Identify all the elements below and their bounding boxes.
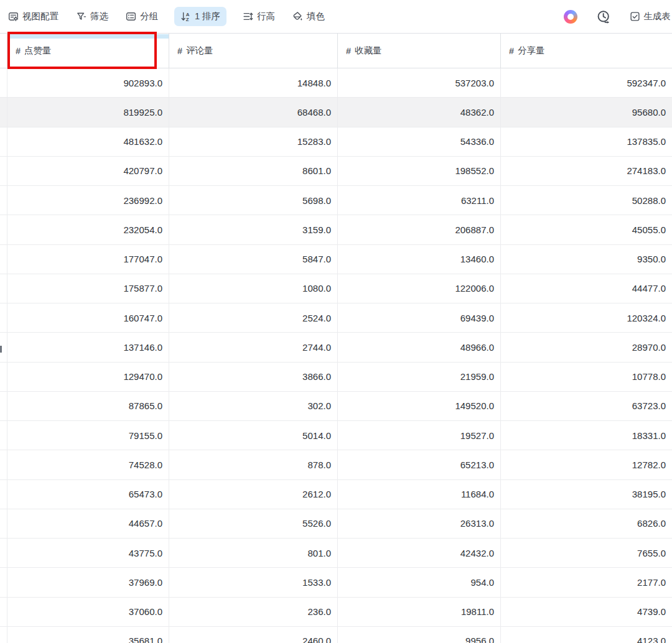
fill-color-icon bbox=[292, 11, 303, 22]
number-field-icon: # bbox=[177, 46, 182, 56]
column-header-comments[interactable]: # 评论量 bbox=[169, 34, 338, 68]
table-cell[interactable]: 79155.0 bbox=[7, 421, 169, 450]
table-cell[interactable]: 10778.0 bbox=[501, 363, 672, 391]
filter-button[interactable]: 筛选 bbox=[76, 11, 108, 22]
table-cell[interactable]: 420797.0 bbox=[7, 157, 169, 185]
table-cell[interactable]: 2744.0 bbox=[169, 333, 338, 361]
column-header-likes[interactable]: # 点赞量 bbox=[7, 34, 169, 68]
table-cell[interactable]: 19527.0 bbox=[338, 421, 501, 450]
table-cell[interactable]: 13460.0 bbox=[338, 245, 501, 274]
table-cell[interactable]: 26313.0 bbox=[338, 509, 501, 538]
table-cell[interactable]: 63211.0 bbox=[338, 186, 501, 215]
table-cell[interactable]: 5847.0 bbox=[169, 245, 338, 274]
table-cell[interactable]: 63723.0 bbox=[501, 392, 672, 420]
table-cell[interactable]: 120324.0 bbox=[501, 303, 672, 332]
table-cell[interactable]: 232054.0 bbox=[7, 215, 169, 244]
table-cell[interactable]: 8601.0 bbox=[169, 157, 338, 185]
table-cell[interactable]: 902893.0 bbox=[7, 68, 169, 97]
table-cell[interactable]: 5014.0 bbox=[169, 421, 338, 450]
table-cell[interactable]: 65213.0 bbox=[338, 450, 501, 479]
table-cell[interactable]: 3159.0 bbox=[169, 215, 338, 244]
table-cell[interactable]: 14848.0 bbox=[169, 68, 338, 97]
table-row: 236992.0 5698.0 63211.0 50288.0 bbox=[0, 186, 672, 215]
table-cell[interactable]: 50288.0 bbox=[501, 186, 672, 215]
table-cell[interactable]: 2460.0 bbox=[169, 627, 338, 643]
row-height-button[interactable]: 行高 bbox=[243, 11, 275, 22]
table-cell[interactable]: 129470.0 bbox=[7, 363, 169, 391]
history-icon[interactable] bbox=[596, 9, 611, 24]
table-cell[interactable]: 38195.0 bbox=[501, 480, 672, 509]
table-cell[interactable]: 2524.0 bbox=[169, 303, 338, 332]
table-cell[interactable]: 95680.0 bbox=[501, 98, 672, 126]
column-header-favorites[interactable]: # 收藏量 bbox=[338, 34, 501, 68]
table-cell[interactable]: 302.0 bbox=[169, 392, 338, 420]
table-cell[interactable]: 74528.0 bbox=[7, 450, 169, 479]
clipped-left-cell bbox=[0, 421, 7, 450]
table-cell[interactable]: 149520.0 bbox=[338, 392, 501, 420]
table-cell[interactable]: 35681.0 bbox=[7, 627, 169, 643]
table-cell[interactable]: 1533.0 bbox=[169, 568, 338, 596]
table-cell[interactable]: 54336.0 bbox=[338, 127, 501, 156]
table-cell[interactable]: 592347.0 bbox=[501, 68, 672, 97]
sort-az-icon: A Z bbox=[180, 11, 191, 22]
table-cell[interactable]: 15283.0 bbox=[169, 127, 338, 156]
table-cell[interactable]: 175877.0 bbox=[7, 274, 169, 303]
table-cell[interactable]: 160747.0 bbox=[7, 303, 169, 332]
ai-assistant-icon[interactable] bbox=[564, 10, 577, 24]
table-cell[interactable]: 122006.0 bbox=[338, 274, 501, 303]
table-cell[interactable]: 819925.0 bbox=[7, 98, 169, 126]
table-cell[interactable]: 4739.0 bbox=[501, 598, 672, 626]
table-cell[interactable]: 177047.0 bbox=[7, 245, 169, 274]
table-cell[interactable]: 537203.0 bbox=[338, 68, 501, 97]
view-config-button[interactable]: 视图配置 bbox=[8, 11, 58, 22]
row-height-label: 行高 bbox=[257, 11, 275, 22]
table-cell[interactable]: 43775.0 bbox=[7, 539, 169, 567]
table-cell[interactable]: 954.0 bbox=[338, 568, 501, 596]
table-cell[interactable]: 68468.0 bbox=[169, 98, 338, 126]
column-header-shares[interactable]: # 分享量 bbox=[501, 34, 672, 68]
group-button[interactable]: 分组 bbox=[126, 11, 158, 22]
table-cell[interactable]: 87865.0 bbox=[7, 392, 169, 420]
fill-color-button[interactable]: 填色 bbox=[292, 11, 325, 22]
table-cell[interactable]: 37060.0 bbox=[7, 598, 169, 626]
table-cell[interactable]: 1080.0 bbox=[169, 274, 338, 303]
sort-button[interactable]: A Z 1 排序 bbox=[174, 7, 226, 26]
table-cell[interactable]: 198552.0 bbox=[338, 157, 501, 185]
table-cell[interactable]: 9956.0 bbox=[338, 627, 501, 643]
table-cell[interactable]: 2177.0 bbox=[501, 568, 672, 596]
table-cell[interactable]: 7655.0 bbox=[501, 539, 672, 567]
table-cell[interactable]: 2612.0 bbox=[169, 480, 338, 509]
table-cell[interactable]: 5698.0 bbox=[169, 186, 338, 215]
table-cell[interactable]: 878.0 bbox=[169, 450, 338, 479]
table-cell[interactable]: 137146.0 bbox=[7, 333, 169, 361]
table-cell[interactable]: 11684.0 bbox=[338, 480, 501, 509]
table-cell[interactable]: 44657.0 bbox=[7, 509, 169, 538]
table-cell[interactable]: 236.0 bbox=[169, 598, 338, 626]
table-cell[interactable]: 206887.0 bbox=[338, 215, 501, 244]
number-field-icon: # bbox=[16, 46, 20, 56]
table-cell[interactable]: 6826.0 bbox=[501, 509, 672, 538]
table-cell[interactable]: 18331.0 bbox=[501, 421, 672, 450]
table-cell[interactable]: 48362.0 bbox=[338, 98, 501, 126]
table-cell[interactable]: 9350.0 bbox=[501, 245, 672, 274]
table-cell[interactable]: 274183.0 bbox=[501, 157, 672, 185]
table-cell[interactable]: 44477.0 bbox=[501, 274, 672, 303]
table-cell[interactable]: 5526.0 bbox=[169, 509, 338, 538]
table-cell[interactable]: 42432.0 bbox=[338, 539, 501, 567]
table-cell[interactable]: 45055.0 bbox=[501, 215, 672, 244]
table-cell[interactable]: 3866.0 bbox=[169, 363, 338, 391]
table-cell[interactable]: 48966.0 bbox=[338, 333, 501, 361]
table-cell[interactable]: 19811.0 bbox=[338, 598, 501, 626]
table-cell[interactable]: 236992.0 bbox=[7, 186, 169, 215]
table-cell[interactable]: 137835.0 bbox=[501, 127, 672, 156]
table-cell[interactable]: 65473.0 bbox=[7, 480, 169, 509]
table-cell[interactable]: 69439.0 bbox=[338, 303, 501, 332]
table-cell[interactable]: 801.0 bbox=[169, 539, 338, 567]
table-cell[interactable]: 21959.0 bbox=[338, 363, 501, 391]
table-cell[interactable]: 37969.0 bbox=[7, 568, 169, 596]
table-cell[interactable]: 12782.0 bbox=[501, 450, 672, 479]
table-cell[interactable]: 4123.0 bbox=[501, 627, 672, 643]
table-cell[interactable]: 481632.0 bbox=[7, 127, 169, 156]
generate-table-button[interactable]: 生成表 bbox=[630, 11, 671, 22]
table-cell[interactable]: 28970.0 bbox=[501, 333, 672, 361]
